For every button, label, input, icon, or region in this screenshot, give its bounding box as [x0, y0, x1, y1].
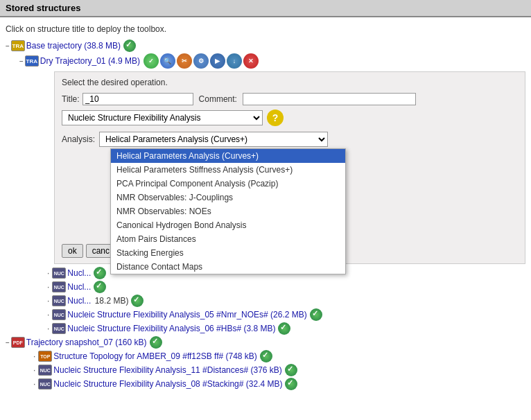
base-traj-icon: TRA: [11, 40, 25, 51]
dry-traj-toggle[interactable]: −: [19, 58, 24, 65]
snapshot-icon: PDF: [11, 337, 25, 348]
toolbar-scissors-btn[interactable]: ✂: [177, 53, 192, 69]
dry-traj-label[interactable]: Dry Trajectory_01 (4.9 MB): [40, 56, 140, 66]
child-icon-3: NUC: [52, 295, 66, 306]
toolbar-download-btn[interactable]: ↓: [227, 53, 242, 69]
toolbar-search-btn[interactable]: 🔍: [160, 53, 175, 69]
toolbox-panel: Select the desired operation. Title: Com…: [54, 71, 525, 264]
child-item-2: · NUC Nucl...: [19, 281, 525, 293]
child-icon-1: NUC: [52, 268, 66, 279]
snapshot-child-1: · TOP Structure Topology for AMBER_09 #f…: [19, 350, 525, 362]
snap-child-icon-2: NUC: [38, 365, 52, 376]
snap-child-check-2: [285, 364, 297, 376]
base-traj-label[interactable]: Base trajectory (38.8 MB): [26, 41, 121, 51]
dropdown-item-6[interactable]: Atom Pairs Distances: [111, 232, 345, 246]
dropdown-item-1[interactable]: Helical Parameters Stiffness Analysis (C…: [111, 163, 345, 177]
snap-child-label-1[interactable]: Structure Topology for AMBER_09 #ff12SB …: [53, 351, 257, 361]
analysis-select[interactable]: Helical Parameters Analysis (Curves+) He…: [99, 132, 328, 147]
dry-traj-section: − TRA Dry Trajectory_01 (4.9 MB) ✓ 🔍 ✂ ⚙…: [6, 53, 525, 335]
child-icon-4: NUC: [52, 309, 66, 320]
main-content: Click on structure title to deploy the t…: [0, 17, 531, 396]
child-check-5: [278, 322, 290, 335]
title-comment-row: Title: Comment:: [62, 93, 518, 105]
child-label-1[interactable]: Nucl...: [67, 268, 91, 278]
page-header: Stored structures: [0, 0, 531, 17]
snap-child-check-3: [285, 378, 297, 390]
child-icon-5: NUC: [52, 323, 66, 334]
snapshot-check: [150, 336, 162, 349]
snap-child-icon-3: NUC: [38, 378, 52, 390]
dropdown-item-3[interactable]: NMR Observables: J-Couplings: [111, 191, 345, 204]
child-item-3: · NUC Nucl... 18.2 MB): [19, 295, 525, 307]
help-icon[interactable]: ?: [267, 110, 284, 126]
child-label-2[interactable]: Nucl...: [67, 282, 91, 292]
toolbox-instruction: Select the desired operation.: [62, 78, 518, 87]
child-check-4: [310, 308, 322, 321]
title-label: Title:: [62, 94, 80, 104]
analysis-row: Analysis: Helical Parameters Analysis (C…: [62, 132, 518, 147]
ok-button[interactable]: ok: [62, 244, 83, 258]
snap-child-check-1: [260, 350, 272, 362]
dropdown-item-8[interactable]: Distance Contact Maps: [111, 260, 345, 274]
dry-traj-row: − TRA Dry Trajectory_01 (4.9 MB) ✓ 🔍 ✂ ⚙…: [19, 53, 525, 69]
child-label-5[interactable]: Nucleic Structure Flexibility Analysis_0…: [67, 324, 275, 333]
child-check-2: [94, 281, 106, 293]
main-operation-select[interactable]: Nucleic Structure Flexibility Analysis: [62, 110, 263, 125]
base-traj-toggle[interactable]: −: [6, 42, 10, 50]
dry-traj-icon: TRA: [25, 55, 39, 67]
snapshot-children: · TOP Structure Topology for AMBER_09 #f…: [6, 350, 525, 390]
child-item-4: · NUC Nucleic Structure Flexibility Anal…: [19, 308, 525, 321]
main-select-row: Nucleic Structure Flexibility Analysis ?: [62, 110, 518, 126]
snapshot-row: − PDF Trajectory snapshot_07 (160 kB): [6, 336, 525, 349]
dropdown-item-2[interactable]: PCA Principal Component Analysis (Pcazip…: [111, 177, 345, 191]
analysis-label: Analysis:: [62, 134, 95, 144]
comment-label: Comment:: [199, 94, 237, 104]
tree-container: − TRA Base trajectory (38.8 MB) − TRA Dr…: [6, 40, 525, 390]
child-label-3[interactable]: Nucl... 18.2 MB): [67, 296, 128, 306]
comment-input[interactable]: [243, 93, 416, 105]
base-trajectory-row: − TRA Base trajectory (38.8 MB): [6, 40, 525, 52]
dropdown-item-0[interactable]: Helical Parameters Analysis (Curves+): [111, 149, 345, 163]
snap-child-label-3[interactable]: Nucleic Structure Flexibility Analysis_0…: [53, 379, 282, 389]
instruction-text: Click on structure title to deploy the t…: [6, 24, 525, 34]
child-item-5: · NUC Nucleic Structure Flexibility Anal…: [19, 322, 525, 335]
toolbar-tools-btn[interactable]: ⚙: [193, 53, 209, 69]
snap-child-label-2[interactable]: Nucleic Structure Flexibility Analysis_1…: [53, 365, 281, 375]
dropdown-item-4[interactable]: NMR Observables: NOEs: [111, 204, 345, 218]
title-input[interactable]: [82, 93, 193, 105]
snapshot-child-2: · NUC Nucleic Structure Flexibility Anal…: [19, 364, 525, 376]
child-check-1: [94, 267, 106, 279]
snapshot-child-3: · NUC Nucleic Structure Flexibility Anal…: [19, 378, 525, 390]
header-title: Stored structures: [6, 3, 80, 13]
base-traj-check: [123, 40, 136, 52]
child-check-3: [131, 295, 143, 307]
dropdown-item-7[interactable]: Stacking Energies: [111, 246, 345, 260]
snapshot-toggle[interactable]: −: [6, 339, 10, 347]
snapshot-label[interactable]: Trajectory snapshot_07 (160 kB): [26, 338, 147, 347]
child-icon-2: NUC: [52, 281, 66, 292]
dry-traj-toolbar: ✓ 🔍 ✂ ⚙ ▶ ↓ ✕: [143, 53, 259, 69]
dropdown-item-5[interactable]: Canonical Hydrogen Bond Analysis: [111, 218, 345, 232]
snap-child-icon-1: TOP: [38, 351, 52, 362]
toolbar-check-btn[interactable]: ✓: [143, 53, 159, 69]
analysis-dropdown: Helical Parameters Analysis (Curves+) He…: [110, 148, 346, 274]
child-label-4[interactable]: Nucleic Structure Flexibility Analysis_0…: [67, 310, 306, 320]
toolbar-stop-btn[interactable]: ✕: [243, 53, 259, 69]
toolbar-arrow-btn[interactable]: ▶: [210, 53, 225, 69]
